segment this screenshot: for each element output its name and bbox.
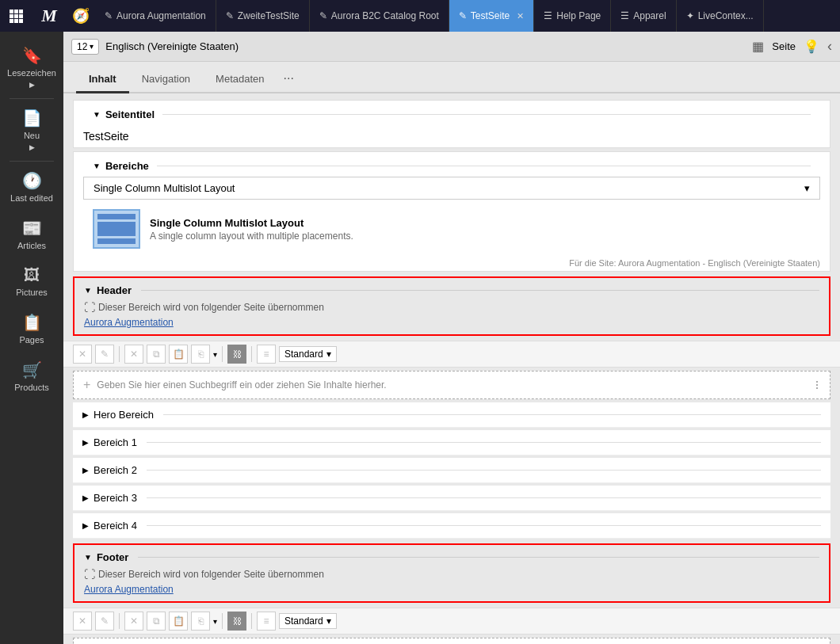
paste-btn[interactable]: 📋 bbox=[169, 345, 188, 364]
seitentitel-section: ▼ Seitentitel TestSeite bbox=[73, 100, 830, 148]
tab-more-button[interactable]: ··· bbox=[277, 65, 300, 92]
dropdown-btn[interactable]: ▾ bbox=[213, 617, 217, 626]
standard-dropdown-2[interactable]: Standard ▾ bbox=[279, 613, 337, 629]
chevron-right-icon: ▶ bbox=[82, 466, 89, 474]
align-btn[interactable]: ≡ bbox=[257, 345, 276, 364]
dropdown-arrow-icon: ▾ bbox=[804, 182, 810, 194]
sidebar-item-pictures[interactable]: 🖼 Pictures bbox=[0, 258, 63, 305]
sidebar-item-label: Last edited bbox=[10, 193, 53, 203]
drop-area-2[interactable]: + Geben Sie hier einen Suchbegriff ein o… bbox=[73, 638, 830, 644]
sidebar-item-neu[interactable]: 📄 Neu ▶ bbox=[0, 101, 63, 159]
separator bbox=[222, 613, 223, 629]
sidebar-item-products[interactable]: 🛒 Products bbox=[0, 352, 63, 400]
cut2-btn[interactable]: ✕ bbox=[124, 612, 143, 631]
content-tabs: Inhalt Navigation Metadaten ··· bbox=[63, 62, 840, 93]
drop-area-1[interactable]: + Geben Sie hier einen Suchbegriff ein o… bbox=[73, 371, 830, 399]
dropdown-btn[interactable]: ▾ bbox=[213, 350, 217, 359]
products-icon: 🛒 bbox=[22, 360, 42, 379]
tab-aurora-b2c[interactable]: ✎ Aurora B2C Catalog Root bbox=[310, 0, 449, 32]
bereich4-row[interactable]: ▶ Bereich 4 bbox=[73, 513, 830, 539]
cut-btn[interactable]: ✕ bbox=[73, 612, 92, 631]
lightbulb-icon[interactable]: 💡 bbox=[804, 39, 819, 54]
svg-rect-1 bbox=[14, 10, 18, 13]
edit-icon: ✎ bbox=[459, 10, 467, 21]
tab-close-icon[interactable]: ✕ bbox=[517, 11, 524, 21]
paste2-btn[interactable]: ⎗ bbox=[191, 345, 210, 364]
more-icon: ··· bbox=[284, 71, 294, 85]
tab-label: LiveContex... bbox=[698, 10, 754, 21]
edit-btn[interactable]: ✎ bbox=[95, 612, 114, 631]
version-badge[interactable]: 12 ▾ bbox=[71, 39, 99, 55]
paste2-btn[interactable]: ⎗ bbox=[191, 612, 210, 631]
bereich3-row[interactable]: ▶ Bereich 3 bbox=[73, 486, 830, 511]
copy-btn[interactable]: ⧉ bbox=[147, 345, 166, 364]
standard-label: Standard bbox=[284, 349, 323, 360]
footer-section-label[interactable]: ▼ Footer bbox=[84, 551, 819, 563]
bereiche-dropdown[interactable]: Single Column Multislot Layout ▾ bbox=[83, 177, 820, 200]
grid-view-icon[interactable]: ▦ bbox=[752, 39, 764, 54]
edit-icon: ✎ bbox=[319, 10, 327, 21]
main-layout: 🔖 Lesezeichen ▶ 📄 Neu ▶ 🕐 Last edited 📰 … bbox=[0, 32, 840, 644]
sidebar-item-last-edited[interactable]: 🕐 Last edited bbox=[0, 163, 63, 211]
bereiche-desc: Single Column Multislot Layout A single … bbox=[150, 217, 811, 242]
collapse-arrow-icon: ▼ bbox=[84, 553, 92, 562]
tab-apparel[interactable]: ☰ Apparel bbox=[611, 0, 676, 32]
pictures-icon: 🖼 bbox=[24, 266, 40, 284]
svg-rect-5 bbox=[19, 14, 23, 18]
app-logo: M bbox=[32, 0, 67, 32]
bereiche-header[interactable]: ▼ Bereiche bbox=[83, 155, 820, 177]
header-section-label[interactable]: ▼ Header bbox=[84, 284, 819, 296]
badge-value: 12 bbox=[77, 41, 87, 52]
bereich1-label: Bereich 1 bbox=[94, 436, 137, 448]
align-btn[interactable]: ≡ bbox=[257, 612, 276, 631]
bereiche-selected: Single Column Multislot Layout bbox=[94, 182, 235, 194]
back-icon[interactable]: ‹ bbox=[827, 38, 832, 55]
tab-inhalt-label: Inhalt bbox=[89, 73, 116, 85]
bereich2-label: Bereich 2 bbox=[94, 464, 137, 476]
footer-label: Footer bbox=[97, 551, 128, 563]
sidebar-item-label: Pictures bbox=[16, 288, 48, 297]
tab-navigation[interactable]: Navigation bbox=[129, 67, 203, 93]
seitentitel-header[interactable]: ▼ Seitentitel bbox=[83, 104, 820, 125]
sidebar-item-articles[interactable]: 📰 Articles bbox=[0, 211, 63, 258]
edit-btn[interactable]: ✎ bbox=[95, 345, 114, 364]
bereich2-row[interactable]: ▶ Bereich 2 bbox=[73, 458, 830, 483]
link-btn[interactable]: ⛓ bbox=[227, 345, 246, 364]
paste-btn[interactable]: 📋 bbox=[169, 612, 188, 631]
svg-rect-2 bbox=[19, 10, 23, 13]
bereich1-row[interactable]: ▶ Bereich 1 bbox=[73, 430, 830, 455]
compass-icon[interactable]: 🧭 bbox=[67, 0, 95, 32]
footer-aurora-link[interactable]: Aurora Augmentation bbox=[84, 584, 819, 595]
sidebar: 🔖 Lesezeichen ▶ 📄 Neu ▶ 🕐 Last edited 📰 … bbox=[0, 32, 63, 644]
tab-metadaten[interactable]: Metadaten bbox=[203, 67, 277, 93]
tab-help-page[interactable]: ☰ Help Page bbox=[534, 0, 611, 32]
tab-inhalt[interactable]: Inhalt bbox=[76, 67, 129, 93]
sidebar-item-pages[interactable]: 📋 Pages bbox=[0, 305, 63, 352]
cut-btn[interactable]: ✕ bbox=[73, 345, 92, 364]
chart-icon: ⫶ bbox=[814, 378, 820, 392]
link-btn[interactable]: ⛓ bbox=[227, 612, 246, 631]
tab-aurora-augmentation[interactable]: ✎ Aurora Augmentation bbox=[95, 0, 216, 32]
separator bbox=[119, 346, 120, 362]
action-toolbar-1: ✕ ✎ ✕ ⧉ 📋 ⎗ ▾ ⛓ ≡ Standard ▾ bbox=[63, 341, 840, 368]
cut2-btn[interactable]: ✕ bbox=[124, 345, 143, 364]
dropdown-arrow-icon: ▾ bbox=[326, 615, 331, 627]
seite-button[interactable]: Seite bbox=[772, 40, 796, 52]
copy-btn[interactable]: ⧉ bbox=[147, 612, 166, 631]
sidebar-item-lesezeichen[interactable]: 🔖 Lesezeichen ▶ bbox=[0, 38, 63, 97]
tab-livecontex[interactable]: ✦ LiveContex... bbox=[677, 0, 764, 32]
header-aurora-link[interactable]: Aurora Augmentation bbox=[84, 317, 819, 328]
edit-icon: ✎ bbox=[226, 10, 234, 21]
standard-dropdown[interactable]: Standard ▾ bbox=[279, 346, 337, 362]
content-area: 12 ▾ Englisch (Vereinigte Staaten) ▦ Sei… bbox=[63, 32, 840, 644]
grid-menu-icon[interactable] bbox=[0, 0, 32, 32]
tab-zweite-test-site[interactable]: ✎ ZweiteTestSite bbox=[216, 0, 310, 32]
dropdown-arrow-icon: ▾ bbox=[326, 349, 331, 360]
collapse-arrow-icon: ▼ bbox=[93, 110, 101, 119]
sidebar-item-label: Products bbox=[14, 383, 48, 392]
tab-testseite[interactable]: ✎ TestSeite ✕ bbox=[449, 0, 534, 32]
bereich4-label: Bereich 4 bbox=[94, 520, 137, 532]
chevron-right-icon: ▶ bbox=[29, 81, 35, 89]
hero-bereich-row[interactable]: ▶ Hero Bereich bbox=[73, 402, 830, 428]
svg-rect-8 bbox=[19, 19, 23, 23]
